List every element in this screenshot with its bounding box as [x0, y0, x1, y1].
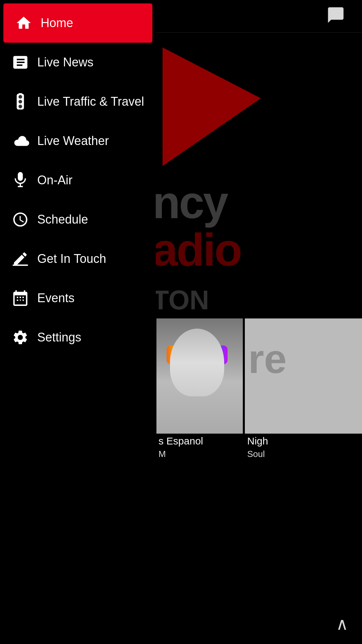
bg-ton-text: TON: [152, 285, 209, 316]
sidebar-item-get-in-touch[interactable]: Get In Touch: [0, 239, 156, 278]
live-news-label: Live News: [37, 55, 93, 69]
settings-label: Settings: [37, 330, 81, 345]
get-in-touch-label: Get In Touch: [37, 252, 106, 266]
bg-ncy-text: ncy: [152, 176, 227, 229]
sidebar-item-settings[interactable]: Settings: [0, 318, 156, 357]
sidebar-item-on-air[interactable]: On-Air: [0, 161, 156, 200]
chat-icon[interactable]: [326, 6, 345, 28]
sidebar-item-live-traffic[interactable]: Live Traffic & Travel: [0, 82, 156, 121]
calendar-icon: 27: [10, 288, 30, 308]
svg-text:27: 27: [18, 299, 23, 304]
home-label: Home: [41, 16, 73, 30]
svg-rect-10: [13, 265, 28, 266]
sidebar-item-events[interactable]: 27 Events: [0, 278, 156, 318]
card-1[interactable]: [156, 318, 243, 434]
svg-point-4: [19, 100, 22, 104]
sidebar-item-home[interactable]: Home: [3, 3, 152, 43]
svg-point-5: [19, 105, 22, 108]
traffic-light-icon: [10, 91, 30, 112]
bg-adio-text: adio: [152, 224, 241, 276]
scroll-up-button[interactable]: ∧: [336, 614, 348, 634]
live-traffic-label: Live Traffic & Travel: [37, 95, 144, 109]
card-1-label: s Espanol: [158, 435, 203, 447]
card-2[interactable]: re: [245, 318, 362, 434]
svg-point-3: [19, 95, 22, 99]
sidebar-item-live-weather[interactable]: Live Weather: [0, 121, 156, 161]
sidebar-item-schedule[interactable]: Schedule: [0, 200, 156, 239]
newspaper-icon: [10, 52, 30, 72]
svg-rect-7: [18, 172, 23, 181]
edit-icon: [10, 249, 30, 269]
card-2-sublabel: Soul: [247, 449, 265, 459]
sidebar: Home Live News Live Traffic & Travel: [0, 0, 156, 644]
clock-icon: [10, 209, 30, 230]
on-air-label: On-Air: [37, 173, 72, 187]
svg-marker-1: [163, 47, 261, 166]
sidebar-item-live-news[interactable]: Live News: [0, 43, 156, 82]
schedule-label: Schedule: [37, 212, 88, 227]
card-2-label: Nigh: [247, 435, 268, 447]
microphone-icon: [10, 170, 30, 190]
logo-triangle: [152, 37, 268, 183]
live-weather-label: Live Weather: [37, 134, 109, 148]
card-1-sublabel: M: [158, 449, 166, 459]
cloud-icon: [10, 131, 30, 151]
svg-rect-6: [19, 93, 22, 95]
home-icon: [14, 13, 34, 33]
gear-icon: [10, 327, 30, 348]
events-label: Events: [37, 291, 74, 305]
